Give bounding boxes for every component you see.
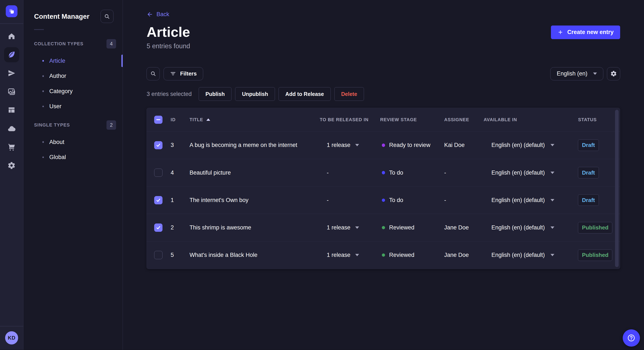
column-header-available-in[interactable]: AVAILABLE IN: [484, 117, 578, 122]
table-row[interactable]: 3 A bug is becoming a meme on the intern…: [147, 131, 620, 159]
row-checkbox[interactable]: [154, 223, 162, 232]
strapi-logo[interactable]: [6, 5, 18, 17]
table-row[interactable]: 4 Beautiful picture - To do - English (e…: [147, 159, 620, 186]
row-release-dropdown[interactable]: -: [320, 197, 380, 203]
sidebar-item-about[interactable]: About: [24, 134, 123, 150]
chevron-down-icon: [550, 172, 554, 174]
subnav-search-button[interactable]: [100, 10, 114, 23]
sidebar-item-article[interactable]: Article: [24, 53, 123, 68]
add-to-release-button[interactable]: Add to Release: [278, 87, 331, 101]
sidebar-item-author[interactable]: Author: [24, 68, 123, 84]
strapi-logo-icon: [8, 8, 15, 15]
stage-dot-icon: [382, 226, 385, 229]
nav-marketplace-cart-button[interactable]: [4, 140, 19, 155]
row-release-label: 1 release: [327, 252, 350, 258]
subnav-section: SINGLE TYPES 2 About Global: [24, 120, 123, 165]
create-new-entry-button[interactable]: Create new entry: [551, 25, 620, 39]
section-label: COLLECTION TYPES: [34, 41, 84, 46]
bullet-icon: [42, 157, 44, 158]
arrow-left-icon: [146, 11, 153, 18]
row-assignee: Jane Doe: [444, 252, 484, 258]
entries-table: ID TITLE TO BE RELEASED IN REVIEW STAGE …: [146, 108, 620, 269]
nav-content-manager-feather-button[interactable]: [4, 47, 19, 62]
row-release-label: -: [327, 197, 328, 203]
stage-dot-icon: [382, 171, 385, 174]
sidebar-item-label: About: [49, 139, 64, 146]
row-title: What's inside a Black Hole: [190, 252, 320, 258]
view-settings-button[interactable]: [607, 67, 620, 80]
row-title: Beautiful picture: [190, 170, 320, 176]
row-release-dropdown[interactable]: -: [320, 170, 380, 176]
search-icon: [104, 13, 110, 19]
row-release-dropdown[interactable]: 1 release: [320, 252, 380, 258]
publish-button[interactable]: Publish: [199, 87, 232, 101]
sidebar-item-global[interactable]: Global: [24, 150, 123, 165]
cloud-icon: [7, 124, 16, 133]
row-locale-dropdown[interactable]: English (en) (default): [484, 197, 578, 203]
sidebar-item-label: User: [49, 103, 61, 110]
filters-button[interactable]: Filters: [164, 67, 203, 80]
column-header-assignee[interactable]: ASSIGNEE: [444, 117, 484, 122]
row-checkbox[interactable]: [154, 169, 162, 177]
row-checkbox-cell: [154, 141, 170, 150]
row-checkbox[interactable]: [154, 196, 162, 204]
row-status-badge: Published: [578, 249, 612, 261]
nav-media-library-pictures-button[interactable]: [4, 84, 19, 99]
marketplace-cart-icon: [8, 143, 16, 151]
nav-releases-paper-plane-button[interactable]: [4, 66, 19, 81]
subnav-title: Content Manager: [34, 12, 90, 20]
sidebar-item-category[interactable]: Category: [24, 84, 123, 99]
row-checkbox[interactable]: [154, 251, 162, 259]
stage-dot-icon: [382, 199, 385, 202]
table-row[interactable]: 2 This shrimp is awesome 1 release Revie…: [147, 214, 620, 241]
sidebar-item-user[interactable]: User: [24, 99, 123, 114]
row-assignee: Jane Doe: [444, 224, 484, 231]
column-header-id[interactable]: ID: [170, 117, 190, 122]
table-scrollbar[interactable]: [615, 110, 619, 267]
chevron-down-icon: [550, 144, 554, 146]
sidebar-item-label: Article: [49, 58, 65, 64]
toolbar-search-button[interactable]: [146, 67, 160, 80]
row-checkbox[interactable]: [154, 141, 162, 150]
nav-home-button[interactable]: [4, 29, 19, 44]
help-button[interactable]: [623, 329, 640, 347]
row-release-dropdown[interactable]: 1 release: [320, 142, 380, 149]
locale-select[interactable]: English (en): [550, 67, 603, 80]
section-items: About Global: [24, 134, 123, 165]
table-row[interactable]: 5 What's inside a Black Hole 1 release R…: [147, 241, 620, 269]
row-locale-label: English (en) (default): [492, 170, 545, 176]
nav-content-type-builder-layout-button[interactable]: [4, 103, 19, 118]
row-locale-label: English (en) (default): [492, 142, 545, 149]
table-row[interactable]: 1 The internet's Own boy - To do - Engli…: [147, 186, 620, 214]
row-locale-dropdown[interactable]: English (en) (default): [484, 252, 578, 258]
nav-settings-gear-button[interactable]: [4, 158, 19, 173]
subnav-sections: COLLECTION TYPES 4 Article Author Catego…: [24, 39, 123, 165]
section-count-badge: 2: [106, 120, 116, 130]
column-header-title-label: TITLE: [190, 117, 203, 122]
row-checkbox-cell: [154, 196, 170, 204]
chevron-down-icon: [593, 72, 597, 75]
select-all-checkbox[interactable]: [154, 116, 162, 124]
column-header-title[interactable]: TITLE: [190, 117, 320, 122]
row-review-stage: To do: [380, 170, 444, 176]
row-locale-dropdown[interactable]: English (en) (default): [484, 142, 578, 149]
chevron-down-icon: [355, 144, 359, 146]
row-release-dropdown[interactable]: 1 release: [320, 224, 380, 231]
row-review-stage: Ready to review: [380, 142, 444, 149]
nav-divider: [0, 23, 23, 24]
nav-cloud-button[interactable]: [4, 121, 19, 136]
back-link[interactable]: Back: [146, 11, 169, 18]
user-avatar[interactable]: KD: [5, 331, 18, 345]
entries-count: 5 entries found: [146, 42, 620, 50]
unpublish-button[interactable]: Unpublish: [235, 87, 275, 101]
row-id: 2: [170, 224, 190, 231]
row-locale-label: English (en) (default): [492, 224, 545, 231]
create-new-entry-label: Create new entry: [567, 29, 614, 35]
content-manager-subnav: Content Manager COLLECTION TYPES 4 Artic…: [24, 0, 123, 350]
delete-button[interactable]: Delete: [334, 87, 364, 101]
column-header-to-be-released-in[interactable]: TO BE RELEASED IN: [320, 117, 380, 122]
column-header-status[interactable]: STATUS: [578, 117, 620, 122]
row-locale-dropdown[interactable]: English (en) (default): [484, 170, 578, 176]
column-header-review-stage[interactable]: REVIEW STAGE: [380, 117, 444, 122]
row-locale-dropdown[interactable]: English (en) (default): [484, 224, 578, 231]
